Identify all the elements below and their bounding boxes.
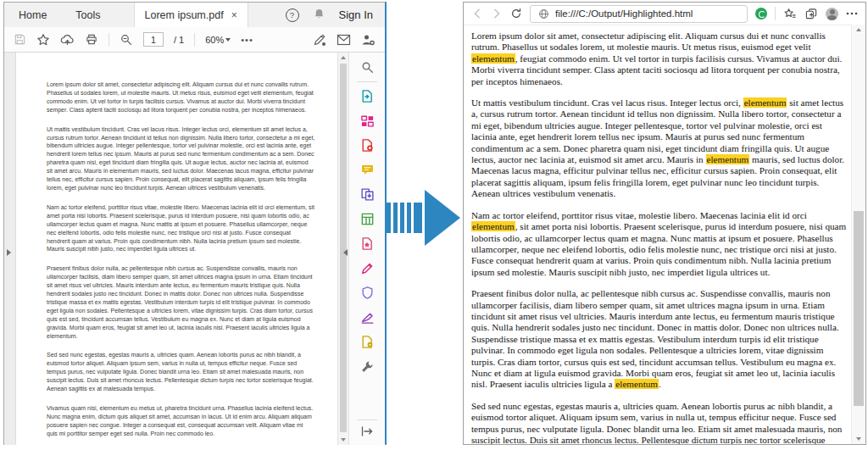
highlighted-term: elementum: [471, 221, 515, 231]
text-segment: Ut mattis vestibulum tincidunt. Cras vel…: [471, 97, 743, 108]
paragraph: Sed sed nunc egestas, egestas mauris a, …: [47, 351, 315, 393]
search-zoom-icon[interactable]: [360, 60, 375, 75]
zoom-level-value: 60%: [205, 35, 224, 45]
fill-sign-icon[interactable]: [360, 261, 375, 275]
text-segment: Nam ac tortor eleifend, porttitor risus …: [471, 210, 807, 220]
page-count-label: / 1: [174, 35, 184, 45]
protect-icon[interactable]: [360, 286, 375, 300]
certificates-icon[interactable]: [360, 310, 375, 325]
paragraph: Ut mattis vestibulum tincidunt. Cras vel…: [47, 125, 315, 192]
tab-home[interactable]: Home: [4, 3, 61, 27]
zoom-level-dropdown[interactable]: 60%: [205, 35, 231, 45]
scrollbar-thumb[interactable]: [854, 211, 864, 406]
scroll-down-icon[interactable]: [856, 437, 861, 441]
text-segment: Sed sed nunc egestas, egestas mauris a, …: [471, 401, 842, 444]
tools-panel: [348, 53, 385, 445]
save-icon[interactable]: [14, 33, 26, 46]
notifications-bell-icon[interactable]: [313, 8, 326, 23]
document-tab-label: Lorem ipsum.pdf: [145, 9, 224, 21]
organize-pages-icon[interactable]: [360, 212, 375, 226]
collapse-tools-panel-icon[interactable]: [343, 249, 348, 256]
scroll-up-icon[interactable]: [856, 28, 861, 31]
sign-pen-icon[interactable]: [313, 33, 326, 47]
address-bar[interactable]: file:///C:/Output/Highlighted.html: [530, 5, 748, 23]
divider: [357, 419, 377, 420]
pdf-viewer-window: Home Tools Lorem ipsum.pdf × ? Sign In: [3, 2, 387, 445]
pdf-tab-bar: Home Tools Lorem ipsum.pdf × ? Sign In: [4, 3, 385, 27]
export-pdf-icon[interactable]: [360, 89, 375, 103]
create-pdf-icon[interactable]: [360, 138, 375, 153]
paragraph: Sed sed nunc egestas, egestas mauris a, …: [471, 401, 849, 444]
pdf-toolbar: 1 / 1 60% •••: [4, 27, 385, 53]
overflow-menu-icon[interactable]: •••: [241, 35, 253, 45]
collections-icon[interactable]: [804, 8, 818, 20]
scroll-down-icon[interactable]: [341, 438, 346, 442]
search-zoom-icon[interactable]: [120, 33, 133, 47]
paragraph: Lorem ipsum dolor sit amet, consectetur …: [47, 81, 315, 114]
paragraph: Ut mattis vestibulum tincidunt. Cras vel…: [471, 97, 849, 200]
scroll-up-icon[interactable]: [341, 56, 346, 59]
document-tab[interactable]: Lorem ipsum.pdf ×: [134, 3, 248, 27]
print-icon[interactable]: [85, 33, 98, 46]
text-segment: , feugiat commodo enim. Ut vel tortor in…: [471, 53, 842, 86]
browser-scrollbar[interactable]: [851, 25, 865, 444]
close-icon[interactable]: ×: [231, 10, 237, 20]
browser-toolbar: file:///C:/Output/Highlighted.html: [464, 3, 865, 25]
favorites-icon[interactable]: [783, 8, 797, 20]
globe-icon: [538, 8, 549, 19]
highlighted-term: elementum: [615, 379, 659, 389]
back-icon[interactable]: [471, 8, 483, 19]
expand-nav-pane-icon[interactable]: [7, 249, 11, 256]
more-tools-icon[interactable]: [360, 359, 375, 374]
transfer-arrow: [387, 190, 461, 249]
paragraph: Nam ac tortor eleifend, porttitor risus …: [47, 203, 315, 253]
profile-avatar[interactable]: [826, 8, 838, 20]
text-segment: Praesent finibus dolor nulla, ac pellent…: [471, 288, 839, 389]
paragraph: Praesent finibus dolor nulla, ac pellent…: [47, 264, 315, 340]
email-icon[interactable]: [337, 34, 351, 46]
page-number-input[interactable]: 1: [143, 32, 164, 47]
more-icon[interactable]: [846, 12, 858, 15]
forward-icon[interactable]: [491, 8, 503, 19]
combine-files-icon[interactable]: [360, 187, 375, 202]
browser-window: file:///C:/Output/Highlighted.html Lorem…: [463, 2, 866, 445]
divider: [357, 81, 377, 82]
add-contact-icon[interactable]: [361, 33, 376, 47]
text-segment: , sit amet porta nisi lobortis. Praesent…: [471, 221, 846, 277]
paragraph: Lorem ipsum dolor sit amet, consectetur …: [471, 31, 849, 87]
tab-tools[interactable]: Tools: [61, 3, 114, 27]
scan-ocr-icon[interactable]: [360, 236, 375, 251]
highlighted-term: elementum: [471, 53, 515, 64]
text-segment: .: [659, 379, 661, 389]
highlighted-term: elementum: [743, 97, 787, 108]
extension-icon[interactable]: [755, 8, 767, 19]
prepare-form-icon[interactable]: [360, 335, 375, 349]
pdf-content-area: Lorem ipsum dolor sit amet, consectetur …: [4, 53, 385, 445]
refresh-icon[interactable]: [510, 8, 522, 19]
sign-in-button[interactable]: Sign In: [339, 8, 373, 21]
favorite-star-icon[interactable]: [36, 33, 50, 47]
paragraph: Vivamus quam nisi, elementum eu metus ut…: [47, 404, 315, 438]
paragraph: Nam ac tortor eleifend, porttitor risus …: [471, 210, 849, 278]
cloud-upload-icon[interactable]: [60, 33, 75, 46]
nav-pane-strip[interactable]: [4, 53, 16, 445]
pdf-page: Lorem ipsum dolor sit amet, consectetur …: [16, 53, 337, 445]
url-text: file:///C:/Output/Highlighted.html: [555, 8, 693, 19]
expand-tools-panel-icon[interactable]: [360, 425, 374, 441]
comment-icon[interactable]: [360, 163, 375, 177]
chevron-down-icon: [225, 38, 231, 42]
browser-content: Lorem ipsum dolor sit amet, consectetur …: [464, 25, 852, 444]
scrollbar-thumb[interactable]: [340, 64, 347, 432]
text-segment: Lorem ipsum dolor sit amet, consectetur …: [471, 31, 826, 52]
paragraph: Praesent finibus dolor nulla, ac pellent…: [471, 288, 849, 391]
edit-pdf-icon[interactable]: [360, 114, 375, 128]
help-icon[interactable]: ?: [286, 8, 299, 22]
highlighted-term: elementum: [706, 154, 750, 164]
